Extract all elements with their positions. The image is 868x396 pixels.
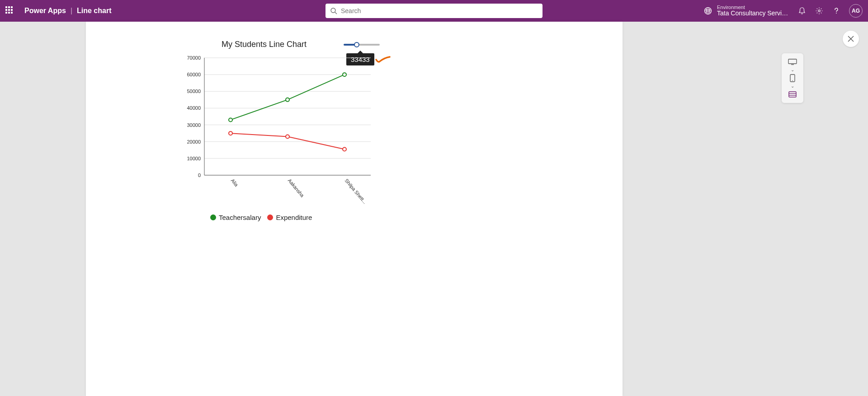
- title-separator: |: [71, 7, 72, 15]
- environment-picker[interactable]: Environment Tata Consultancy Servic...: [703, 5, 789, 17]
- help-icon[interactable]: [832, 6, 841, 15]
- settings-icon[interactable]: [815, 6, 824, 15]
- svg-point-6: [836, 13, 837, 14]
- data-point[interactable]: [286, 98, 289, 102]
- chevron-down-icon[interactable]: ⌄: [791, 84, 794, 89]
- svg-point-12: [792, 80, 793, 81]
- legend-label: Teachersalary: [219, 214, 261, 221]
- legend-item[interactable]: Expenditure: [267, 214, 312, 221]
- data-point[interactable]: [343, 147, 346, 151]
- y-tick-label: 60000: [187, 72, 201, 77]
- search-icon: [330, 7, 337, 14]
- app-name[interactable]: Power Apps: [24, 7, 66, 15]
- y-tick-label: 70000: [187, 55, 201, 61]
- search-box[interactable]: [326, 4, 542, 18]
- page-name: Line chart: [77, 7, 111, 15]
- close-icon: [847, 35, 854, 42]
- close-preview-button[interactable]: [843, 31, 859, 47]
- avatar-initials: AG: [852, 8, 860, 14]
- legend-swatch: [267, 214, 273, 220]
- svg-rect-9: [788, 59, 797, 64]
- preview-stage: My Students Line Chart 33433 01000020000…: [0, 22, 868, 396]
- line-chart: 010000200003000040000500006000070000Alia…: [204, 58, 371, 175]
- app-header: Power Apps | Line chart Environment Tata…: [0, 0, 868, 22]
- y-tick-label: 0: [198, 172, 201, 178]
- search-container: [326, 4, 542, 18]
- svg-rect-13: [789, 92, 796, 97]
- environment-value: Tata Consultancy Servic...: [717, 10, 789, 17]
- y-tick-label: 20000: [187, 139, 201, 144]
- app-title: Power Apps | Line chart: [24, 7, 112, 15]
- svg-line-1: [335, 12, 337, 14]
- y-tick-label: 50000: [187, 89, 201, 94]
- data-point[interactable]: [229, 131, 232, 135]
- series-line: [231, 75, 344, 120]
- y-tick-label: 40000: [187, 105, 201, 111]
- slider-thumb[interactable]: [354, 42, 359, 47]
- device-desktop-button[interactable]: [785, 57, 800, 67]
- chart-title: My Students Line Chart: [222, 40, 307, 49]
- search-input[interactable]: [341, 7, 538, 14]
- y-tick-label: 10000: [187, 156, 201, 161]
- svg-point-5: [818, 10, 820, 12]
- app-canvas: My Students Line Chart 33433 01000020000…: [86, 22, 623, 396]
- data-point[interactable]: [229, 118, 232, 121]
- notifications-icon[interactable]: [797, 6, 807, 15]
- slider-control[interactable]: [344, 43, 380, 46]
- environment-text: Environment Tata Consultancy Servic...: [717, 5, 789, 17]
- environment-label: Environment: [717, 5, 789, 10]
- user-avatar[interactable]: AG: [849, 4, 863, 18]
- environment-icon: [703, 6, 712, 15]
- device-preview-toolbar: ⌄ ⌄: [782, 53, 803, 103]
- svg-point-0: [331, 8, 335, 13]
- y-tick-label: 30000: [187, 122, 201, 128]
- legend-swatch: [210, 214, 216, 220]
- chevron-down-icon[interactable]: ⌄: [791, 68, 794, 72]
- device-fit-button[interactable]: [785, 89, 800, 99]
- slider-track-empty: [357, 44, 380, 46]
- app-launcher-icon[interactable]: [5, 6, 14, 15]
- x-tick-label: Aakansha: [287, 178, 305, 199]
- checkmark-annotation-icon: [375, 56, 391, 66]
- legend-label: Expenditure: [276, 214, 312, 221]
- legend-item[interactable]: Teachersalary: [210, 214, 261, 221]
- header-right: Environment Tata Consultancy Servic... A…: [703, 4, 863, 18]
- x-tick-label: Shilpa Shett...: [344, 178, 368, 205]
- x-tick-label: Alia: [230, 178, 240, 188]
- data-point[interactable]: [286, 135, 289, 139]
- data-point[interactable]: [343, 73, 346, 76]
- chart-legend: TeachersalaryExpenditure: [210, 214, 312, 221]
- device-mobile-button[interactable]: [785, 73, 800, 83]
